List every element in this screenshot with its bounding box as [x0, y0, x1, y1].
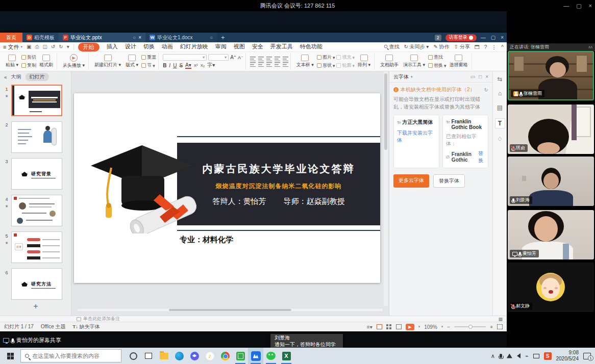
superscript-button[interactable]: X²	[194, 63, 198, 68]
menu-security[interactable]: 安全	[252, 43, 263, 51]
video-tile-3[interactable]: 刘景海	[508, 157, 594, 206]
clock[interactable]: 9:08 2020/5/24	[556, 350, 579, 362]
zoom-slider[interactable]	[454, 326, 486, 327]
preview-icon[interactable]: ◫	[42, 44, 47, 50]
tab-home[interactable]: 首页	[0, 33, 22, 42]
font-name-select[interactable]: ▾	[163, 54, 207, 61]
notes-toggle-icon[interactable]: ≡▾	[367, 324, 373, 330]
align-right-icon[interactable]	[266, 62, 272, 67]
save-icon[interactable]: ▣	[27, 44, 31, 50]
excel-button[interactable]: X	[279, 348, 294, 364]
line-spacing-icon[interactable]	[283, 57, 288, 61]
collapse-videos-icon[interactable]: ∧∧	[588, 45, 592, 49]
wps-maximize-icon[interactable]: ▢	[491, 35, 495, 40]
scrollbar-thumb[interactable]	[384, 73, 387, 150]
sogou-input-icon[interactable]: S	[544, 352, 552, 360]
outline-button[interactable]: 轮廓 ▾	[336, 62, 355, 69]
network-icon[interactable]	[507, 354, 512, 358]
collapse-panel-icon[interactable]: «	[4, 74, 7, 80]
zoom-in-icon[interactable]: +	[490, 324, 493, 330]
file-explorer-button[interactable]	[156, 348, 171, 364]
current-slide[interactable]: 内蒙古民族大学毕业论文答辩 煅烧温度对沉淀法制备纳米二氧化硅的影响 答辩人：黄怡…	[74, 93, 380, 283]
slides-tab[interactable]: 幻灯片	[26, 73, 49, 81]
number-list-icon[interactable]	[258, 57, 264, 61]
slideshow-play-button[interactable]: ▶	[406, 324, 414, 330]
tab-docx-document[interactable]: W 毕业论文1.docx ○	[145, 33, 217, 42]
paste-button[interactable]: 粘贴 ▾	[4, 55, 20, 68]
video-tile-1[interactable]: 张楠雷雨	[508, 51, 594, 100]
menu-devtools[interactable]: 开发工具	[270, 43, 293, 51]
wechat-button[interactable]	[263, 348, 279, 364]
replace-font-button[interactable]: 替换字体	[433, 174, 465, 188]
underline-button[interactable]: U	[173, 63, 177, 68]
pane-font-icon[interactable]: T	[495, 118, 505, 128]
columns-icon[interactable]	[283, 62, 288, 67]
collapse-ribbon-icon[interactable]: ^	[501, 44, 504, 50]
slide-thumbnail-1[interactable]	[11, 85, 62, 116]
horizontal-scrollbar[interactable]	[77, 308, 384, 312]
add-slide-button[interactable]: +	[0, 302, 71, 311]
pane-home-icon[interactable]: ⌂	[498, 90, 502, 97]
refresh-icon[interactable]: ↻	[484, 87, 488, 93]
share-button[interactable]: ⇧ 分享	[454, 43, 470, 50]
display-icon[interactable]	[533, 354, 539, 358]
new-tab-button[interactable]: +	[217, 33, 229, 42]
font-increase-icon[interactable]: A⁺	[230, 55, 236, 60]
download-font-link[interactable]: 下载并安装云字体	[397, 129, 436, 144]
message-count-badge[interactable]: 2	[435, 35, 441, 41]
slide-thumbnail-6[interactable]: 研究方法	[11, 268, 62, 300]
tab-active-document[interactable]: P 毕业论文.pptx ○ ×	[59, 33, 145, 42]
tab-docer[interactable]: D 稻壳模板	[22, 33, 59, 42]
find-button[interactable]: 查找	[428, 54, 447, 61]
arrange-button[interactable]: 排列 ▾	[356, 55, 372, 68]
video-tile-4[interactable]: 黄怡芳	[508, 210, 594, 259]
present-tools-button[interactable]: 演示工具 ▾	[402, 55, 427, 68]
ribbon-layout-icon[interactable]: 🗖	[475, 44, 480, 50]
video-tile-2[interactable]: 琪俞	[508, 105, 594, 154]
tray-mic-icon[interactable]	[500, 354, 502, 358]
reset-button[interactable]: 重置	[141, 54, 156, 61]
vertical-scrollbar[interactable]	[384, 71, 388, 306]
pin-icon[interactable]: □	[479, 74, 482, 80]
file-menu[interactable]: ≡ 文件 ▾	[3, 43, 22, 51]
find-command[interactable]: 查找	[384, 43, 400, 50]
slide-thumbnail-4[interactable]	[11, 195, 62, 226]
play-from-start-button[interactable]: ▶从头播放 ▾	[61, 54, 86, 69]
edge-button[interactable]	[171, 348, 187, 364]
menu-animation[interactable]: 动画	[162, 43, 173, 51]
tencent-meeting-button[interactable]	[248, 348, 263, 364]
more-menu-icon[interactable]: ⋮	[491, 44, 497, 50]
green-app-button[interactable]	[233, 348, 248, 364]
video-tile-5[interactable]: 郝文静	[508, 263, 594, 312]
redo-icon[interactable]: ↻	[59, 44, 63, 50]
replace-button[interactable]: 替换 ▾	[428, 62, 447, 69]
pane-favorite-icon[interactable]: ♢	[497, 136, 503, 143]
zoom-level[interactable]: 109%	[424, 324, 437, 330]
italic-button[interactable]: I	[169, 63, 170, 68]
menu-review[interactable]: 审阅	[215, 43, 227, 51]
more-cloud-fonts-button[interactable]: 更多云字体	[393, 174, 429, 188]
missing-font-status[interactable]: T↓ 缺失字体	[73, 323, 100, 330]
section-button[interactable]: 节 ▾	[141, 62, 156, 69]
text-effects-button[interactable]: 字▾	[207, 62, 215, 69]
slide-thumbnail-2[interactable]	[11, 121, 62, 153]
format-painter-button[interactable]: 格式刷	[38, 55, 55, 68]
slide-thumbnail-5[interactable]: 目录	[11, 231, 62, 263]
qq-music-button[interactable]: ♪	[202, 348, 217, 364]
wps-minimize-icon[interactable]: —	[481, 35, 486, 40]
help-icon[interactable]: ?	[484, 44, 487, 50]
menu-features[interactable]: 特色功能	[300, 43, 323, 51]
replace-font-link[interactable]: 替换	[478, 150, 485, 164]
scrollbar-thumb[interactable]	[169, 309, 291, 311]
guest-login-button[interactable]: 访客登录	[445, 34, 477, 41]
font-size-select[interactable]: ▾	[208, 54, 229, 61]
shape-button[interactable]: 形状 ▾	[317, 62, 335, 69]
strikethrough-button[interactable]: S	[179, 63, 183, 68]
pin-tab-icon[interactable]: ○	[133, 35, 136, 40]
sync-status[interactable]: ↻ 未同步 ▾	[404, 43, 429, 50]
select-pane-button[interactable]: 选择窗格	[448, 55, 469, 68]
thunder-button[interactable]	[187, 348, 202, 364]
start-button[interactable]	[0, 348, 20, 364]
maximize-icon[interactable]: ▢	[576, 3, 581, 9]
close-icon[interactable]: ×	[589, 3, 592, 9]
